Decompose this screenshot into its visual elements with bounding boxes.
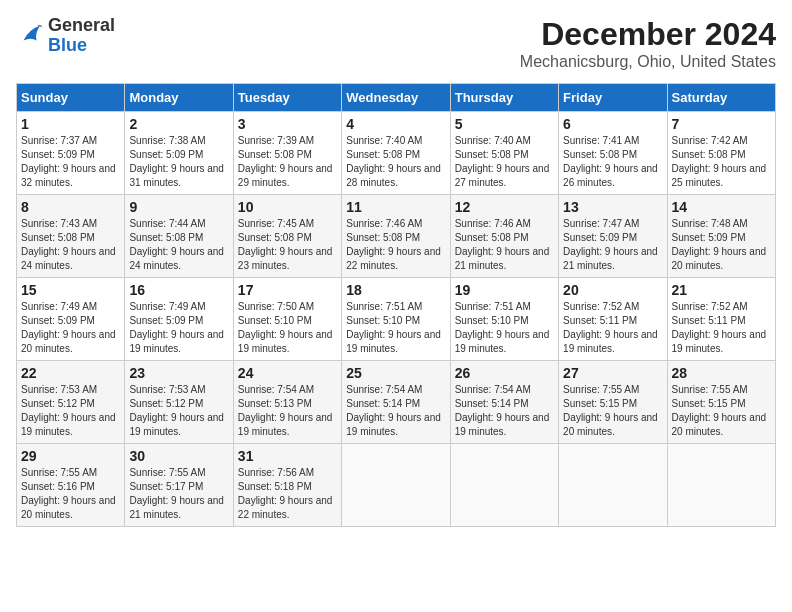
day-number: 25: [346, 365, 445, 381]
calendar-cell: 22 Sunrise: 7:53 AMSunset: 5:12 PMDaylig…: [17, 361, 125, 444]
day-info: Sunrise: 7:51 AMSunset: 5:10 PMDaylight:…: [346, 301, 441, 354]
header: General Blue December 2024 Mechanicsburg…: [16, 16, 776, 71]
col-friday: Friday: [559, 84, 667, 112]
day-info: Sunrise: 7:39 AMSunset: 5:08 PMDaylight:…: [238, 135, 333, 188]
day-info: Sunrise: 7:41 AMSunset: 5:08 PMDaylight:…: [563, 135, 658, 188]
day-number: 24: [238, 365, 337, 381]
day-number: 1: [21, 116, 120, 132]
day-info: Sunrise: 7:55 AMSunset: 5:15 PMDaylight:…: [672, 384, 767, 437]
calendar-cell: 17 Sunrise: 7:50 AMSunset: 5:10 PMDaylig…: [233, 278, 341, 361]
page-container: General Blue December 2024 Mechanicsburg…: [16, 16, 776, 527]
calendar-cell: 9 Sunrise: 7:44 AMSunset: 5:08 PMDayligh…: [125, 195, 233, 278]
calendar-cell: 11 Sunrise: 7:46 AMSunset: 5:08 PMDaylig…: [342, 195, 450, 278]
col-tuesday: Tuesday: [233, 84, 341, 112]
day-number: 27: [563, 365, 662, 381]
day-number: 21: [672, 282, 771, 298]
calendar-cell: 7 Sunrise: 7:42 AMSunset: 5:08 PMDayligh…: [667, 112, 775, 195]
calendar-cell: [450, 444, 558, 527]
day-number: 19: [455, 282, 554, 298]
calendar-cell: 15 Sunrise: 7:49 AMSunset: 5:09 PMDaylig…: [17, 278, 125, 361]
col-thursday: Thursday: [450, 84, 558, 112]
header-row: Sunday Monday Tuesday Wednesday Thursday…: [17, 84, 776, 112]
day-number: 16: [129, 282, 228, 298]
calendar-cell: 3 Sunrise: 7:39 AMSunset: 5:08 PMDayligh…: [233, 112, 341, 195]
day-number: 31: [238, 448, 337, 464]
day-number: 29: [21, 448, 120, 464]
day-info: Sunrise: 7:37 AMSunset: 5:09 PMDaylight:…: [21, 135, 116, 188]
day-number: 2: [129, 116, 228, 132]
day-number: 8: [21, 199, 120, 215]
col-sunday: Sunday: [17, 84, 125, 112]
logo-blue: Blue: [48, 35, 87, 55]
day-info: Sunrise: 7:52 AMSunset: 5:11 PMDaylight:…: [672, 301, 767, 354]
week-row-2: 8 Sunrise: 7:43 AMSunset: 5:08 PMDayligh…: [17, 195, 776, 278]
day-number: 6: [563, 116, 662, 132]
day-info: Sunrise: 7:45 AMSunset: 5:08 PMDaylight:…: [238, 218, 333, 271]
day-info: Sunrise: 7:40 AMSunset: 5:08 PMDaylight:…: [346, 135, 441, 188]
day-info: Sunrise: 7:46 AMSunset: 5:08 PMDaylight:…: [346, 218, 441, 271]
day-number: 22: [21, 365, 120, 381]
day-number: 23: [129, 365, 228, 381]
day-info: Sunrise: 7:48 AMSunset: 5:09 PMDaylight:…: [672, 218, 767, 271]
logo-text: General Blue: [48, 16, 115, 56]
day-info: Sunrise: 7:53 AMSunset: 5:12 PMDaylight:…: [21, 384, 116, 437]
calendar-cell: 24 Sunrise: 7:54 AMSunset: 5:13 PMDaylig…: [233, 361, 341, 444]
col-saturday: Saturday: [667, 84, 775, 112]
day-number: 14: [672, 199, 771, 215]
day-info: Sunrise: 7:49 AMSunset: 5:09 PMDaylight:…: [129, 301, 224, 354]
day-number: 10: [238, 199, 337, 215]
calendar-cell: 20 Sunrise: 7:52 AMSunset: 5:11 PMDaylig…: [559, 278, 667, 361]
day-info: Sunrise: 7:50 AMSunset: 5:10 PMDaylight:…: [238, 301, 333, 354]
calendar-cell: 10 Sunrise: 7:45 AMSunset: 5:08 PMDaylig…: [233, 195, 341, 278]
logo: General Blue: [16, 16, 115, 56]
day-info: Sunrise: 7:54 AMSunset: 5:14 PMDaylight:…: [346, 384, 441, 437]
day-number: 26: [455, 365, 554, 381]
calendar-cell: 30 Sunrise: 7:55 AMSunset: 5:17 PMDaylig…: [125, 444, 233, 527]
week-row-1: 1 Sunrise: 7:37 AMSunset: 5:09 PMDayligh…: [17, 112, 776, 195]
calendar-cell: [667, 444, 775, 527]
day-info: Sunrise: 7:53 AMSunset: 5:12 PMDaylight:…: [129, 384, 224, 437]
calendar-cell: 31 Sunrise: 7:56 AMSunset: 5:18 PMDaylig…: [233, 444, 341, 527]
day-number: 3: [238, 116, 337, 132]
calendar-cell: 13 Sunrise: 7:47 AMSunset: 5:09 PMDaylig…: [559, 195, 667, 278]
day-info: Sunrise: 7:54 AMSunset: 5:14 PMDaylight:…: [455, 384, 550, 437]
main-title: December 2024: [520, 16, 776, 53]
day-info: Sunrise: 7:44 AMSunset: 5:08 PMDaylight:…: [129, 218, 224, 271]
calendar-table: Sunday Monday Tuesday Wednesday Thursday…: [16, 83, 776, 527]
day-info: Sunrise: 7:47 AMSunset: 5:09 PMDaylight:…: [563, 218, 658, 271]
day-number: 12: [455, 199, 554, 215]
calendar-cell: 28 Sunrise: 7:55 AMSunset: 5:15 PMDaylig…: [667, 361, 775, 444]
calendar-cell: 23 Sunrise: 7:53 AMSunset: 5:12 PMDaylig…: [125, 361, 233, 444]
calendar-cell: [342, 444, 450, 527]
day-number: 15: [21, 282, 120, 298]
day-number: 4: [346, 116, 445, 132]
calendar-cell: 5 Sunrise: 7:40 AMSunset: 5:08 PMDayligh…: [450, 112, 558, 195]
day-info: Sunrise: 7:40 AMSunset: 5:08 PMDaylight:…: [455, 135, 550, 188]
calendar-cell: 27 Sunrise: 7:55 AMSunset: 5:15 PMDaylig…: [559, 361, 667, 444]
day-info: Sunrise: 7:54 AMSunset: 5:13 PMDaylight:…: [238, 384, 333, 437]
calendar-cell: [559, 444, 667, 527]
day-number: 17: [238, 282, 337, 298]
week-row-5: 29 Sunrise: 7:55 AMSunset: 5:16 PMDaylig…: [17, 444, 776, 527]
day-number: 18: [346, 282, 445, 298]
day-info: Sunrise: 7:51 AMSunset: 5:10 PMDaylight:…: [455, 301, 550, 354]
calendar-cell: 6 Sunrise: 7:41 AMSunset: 5:08 PMDayligh…: [559, 112, 667, 195]
day-number: 11: [346, 199, 445, 215]
day-info: Sunrise: 7:49 AMSunset: 5:09 PMDaylight:…: [21, 301, 116, 354]
calendar-cell: 2 Sunrise: 7:38 AMSunset: 5:09 PMDayligh…: [125, 112, 233, 195]
calendar-cell: 1 Sunrise: 7:37 AMSunset: 5:09 PMDayligh…: [17, 112, 125, 195]
calendar-cell: 29 Sunrise: 7:55 AMSunset: 5:16 PMDaylig…: [17, 444, 125, 527]
day-info: Sunrise: 7:56 AMSunset: 5:18 PMDaylight:…: [238, 467, 333, 520]
day-info: Sunrise: 7:52 AMSunset: 5:11 PMDaylight:…: [563, 301, 658, 354]
week-row-3: 15 Sunrise: 7:49 AMSunset: 5:09 PMDaylig…: [17, 278, 776, 361]
day-number: 5: [455, 116, 554, 132]
calendar-cell: 16 Sunrise: 7:49 AMSunset: 5:09 PMDaylig…: [125, 278, 233, 361]
calendar-cell: 18 Sunrise: 7:51 AMSunset: 5:10 PMDaylig…: [342, 278, 450, 361]
title-block: December 2024 Mechanicsburg, Ohio, Unite…: [520, 16, 776, 71]
calendar-cell: 26 Sunrise: 7:54 AMSunset: 5:14 PMDaylig…: [450, 361, 558, 444]
day-info: Sunrise: 7:43 AMSunset: 5:08 PMDaylight:…: [21, 218, 116, 271]
calendar-cell: 14 Sunrise: 7:48 AMSunset: 5:09 PMDaylig…: [667, 195, 775, 278]
day-number: 28: [672, 365, 771, 381]
day-info: Sunrise: 7:46 AMSunset: 5:08 PMDaylight:…: [455, 218, 550, 271]
col-wednesday: Wednesday: [342, 84, 450, 112]
